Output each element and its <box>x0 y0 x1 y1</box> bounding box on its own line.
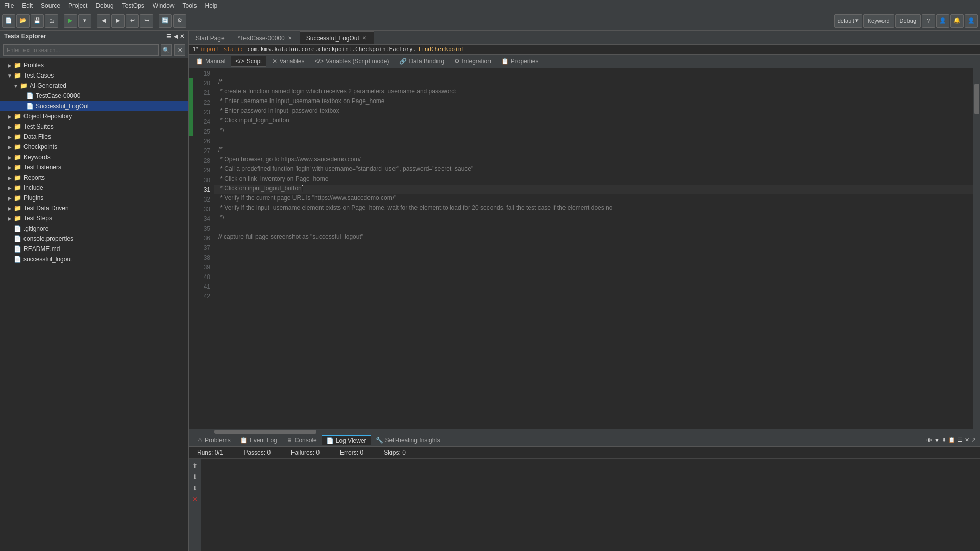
menu-tools[interactable]: Tools <box>179 1 201 10</box>
arrow-keywords: ▶ <box>6 155 13 160</box>
breadcrumb-keyword: import <box>200 46 223 53</box>
sidebar-item-gitignore[interactable]: 📄 .gitignore <box>0 223 188 234</box>
code-editor[interactable]: 19 20 /* 21 * create a function named lo… <box>189 68 973 429</box>
tab-data-binding[interactable]: 🔗 Data Binding <box>395 56 449 67</box>
menu-testops[interactable]: TestOps <box>118 1 149 10</box>
toolbar-forward-btn[interactable]: ▶ <box>111 14 125 28</box>
sidebar-item-checkpoints[interactable]: ▶ 📁 Checkpoints <box>0 142 188 152</box>
bottom-toolbar-down-icon[interactable]: ⬇ <box>942 437 946 443</box>
toolbar-open-btn[interactable]: 📂 <box>16 14 30 28</box>
toolbar-run-btn[interactable]: ▶ <box>64 14 77 28</box>
sidebar-item-test-cases[interactable]: ▼ 📁 Test Cases <box>0 70 188 81</box>
toolbar-keyword-btn[interactable]: Keyword <box>863 14 894 28</box>
menu-source[interactable]: Source <box>37 1 64 10</box>
toolbar-profile-dropdown[interactable]: default ▾ <box>834 14 862 28</box>
tab-event-log[interactable]: 📋 Event Log <box>236 435 281 445</box>
sidebar-item-test-data-driven[interactable]: ▶ 📁 Test Data Driven <box>0 203 188 213</box>
line-indicator-32 <box>189 194 193 204</box>
toolbar-extra1-btn[interactable]: 🔔 <box>950 14 964 28</box>
sidebar-item-testcase-00000[interactable]: 📄 TestCase-00000 <box>0 91 188 101</box>
tab-script[interactable]: </> Script <box>231 56 266 67</box>
toolbar-refresh-btn[interactable]: 🔄 <box>159 14 172 28</box>
line-content-30: * Click on link_inventory on Page_home <box>214 175 973 185</box>
sidebar-icon1[interactable]: ☰ <box>166 33 172 40</box>
tab-variables-label: Variables <box>279 58 304 65</box>
sidebar-item-successful-logout-file[interactable]: 📄 successful_logout <box>0 254 188 264</box>
sidebar-item-reports[interactable]: ▶ 📁 Reports <box>0 172 188 183</box>
menu-window[interactable]: Window <box>149 1 179 10</box>
line-num-36: 36 <box>193 233 214 243</box>
line-indicator-38 <box>189 253 193 262</box>
tab-console[interactable]: 🖥 Console <box>282 435 321 445</box>
sidebar-item-readme[interactable]: 📄 README.md <box>0 244 188 254</box>
line-num-29: 29 <box>193 165 214 175</box>
sidebar-icon3[interactable]: ✕ <box>180 33 184 40</box>
toolbar-settings-btn[interactable]: ⚙ <box>173 14 186 28</box>
tab-start-page[interactable]: Start Page <box>189 31 231 44</box>
arrow-test-listeners: ▶ <box>6 165 13 170</box>
side-icon-2[interactable]: ⬇ <box>190 472 200 482</box>
menu-project[interactable]: Project <box>64 1 91 10</box>
line-indicator-41 <box>189 282 193 291</box>
tab-self-healing[interactable]: 🔧 Self-healing Insights <box>372 435 445 445</box>
line-content-23: * Enter password in input_password textb… <box>214 107 973 117</box>
menu-debug[interactable]: Debug <box>91 1 117 10</box>
tab-problems[interactable]: ⚠ Problems <box>193 435 235 445</box>
toolbar-undo-btn[interactable]: ↩ <box>126 14 139 28</box>
tab-log-viewer[interactable]: 📄 Log Viewer <box>322 435 371 445</box>
tab-variables-script[interactable]: </> Variables (Script mode) <box>310 56 394 67</box>
search-button[interactable]: 🔍 <box>161 44 172 56</box>
tab-integration[interactable]: ⚙ Integration <box>450 56 496 67</box>
sidebar-header: Tests Explorer ☰ ◀ ✕ <box>0 31 188 42</box>
sidebar-item-include[interactable]: ▶ 📁 Include <box>0 183 188 193</box>
bottom-toolbar-copy-icon[interactable]: 📋 <box>948 437 955 443</box>
tab-variables[interactable]: ✕ Variables <box>267 56 309 67</box>
sidebar-item-successful-logout[interactable]: 📄 Successful_LogOut <box>0 101 188 111</box>
bottom-toolbar-close-icon[interactable]: ✕ <box>965 437 969 443</box>
side-icon-error[interactable]: ✕ <box>190 494 200 505</box>
bottom-toolbar-expand-icon[interactable]: ↗ <box>971 437 976 443</box>
toolbar-save-btn[interactable]: 💾 <box>31 14 44 28</box>
bottom-toolbar-eye-icon[interactable]: 👁 <box>926 437 932 443</box>
menu-help[interactable]: Help <box>201 1 222 10</box>
code-line-28: 28 * Open browser, go to https://www.sau… <box>189 156 973 165</box>
menu-file[interactable]: File <box>0 1 18 10</box>
toolbar-new-btn[interactable]: 📄 <box>2 14 15 28</box>
toolbar-question-btn[interactable]: ? <box>922 14 935 28</box>
sidebar-item-console-properties[interactable]: 📄 console.properties <box>0 234 188 244</box>
sidebar-item-plugins[interactable]: ▶ 📁 Plugins <box>0 193 188 203</box>
sidebar-item-test-listeners[interactable]: ▶ 📁 Test Listeners <box>0 162 188 172</box>
side-icon-1[interactable]: ⬆ <box>190 461 200 471</box>
tab-successful-logout-close[interactable]: ✕ <box>361 35 368 41</box>
tab-testcase-00000-close[interactable]: ✕ <box>287 35 293 41</box>
menu-edit[interactable]: Edit <box>18 1 37 10</box>
toolbar-user-btn[interactable]: 👤 <box>936 14 949 28</box>
scroll-thumb <box>974 84 979 114</box>
toolbar-extra2-btn[interactable]: 👤 <box>965 14 978 28</box>
sidebar-item-data-files[interactable]: ▶ 📁 Data Files <box>0 132 188 142</box>
toolbar-back-btn[interactable]: ◀ <box>97 14 110 28</box>
tab-properties[interactable]: 📋 Properties <box>497 56 544 67</box>
side-icon-3[interactable]: ⬇ <box>190 483 200 493</box>
line-num-27: 27 <box>193 146 214 156</box>
bottom-toolbar-menu-icon[interactable]: ☰ <box>958 437 963 443</box>
sidebar-item-object-repository[interactable]: ▶ 📁 Object Repository <box>0 111 188 121</box>
sidebar-icon2[interactable]: ◀ <box>174 33 178 40</box>
tab-testcase-00000[interactable]: *TestCase-00000 ✕ <box>231 31 300 44</box>
sidebar-item-profiles[interactable]: ▶ 📁 Profiles <box>0 60 188 70</box>
tab-successful-logout[interactable]: Successful_LogOut ✕ <box>300 31 374 44</box>
sidebar-item-keywords[interactable]: ▶ 📁 Keywords <box>0 152 188 162</box>
toolbar-redo-btn[interactable]: ↪ <box>140 14 153 28</box>
toolbar-saveall-btn[interactable]: 🗂 <box>45 14 58 28</box>
sidebar-item-ai-generated[interactable]: ▼ 📁 AI-Generated <box>0 81 188 91</box>
code-scrollbar[interactable] <box>973 68 980 429</box>
tab-manual[interactable]: 📋 Manual <box>191 56 230 67</box>
sidebar-item-test-steps[interactable]: ▶ 📁 Test Steps <box>0 213 188 223</box>
search-extra-btn[interactable]: ✕ <box>174 44 185 56</box>
toolbar-debug-btn[interactable]: Debug <box>895 14 921 28</box>
bottom-toolbar-dropdown-icon[interactable]: ▼ <box>934 437 940 443</box>
toolbar-run-dropdown[interactable]: ▾ <box>78 14 91 28</box>
search-input[interactable] <box>3 44 159 56</box>
sidebar-item-test-suites[interactable]: ▶ 📁 Test Suites <box>0 121 188 132</box>
horizontal-scrollbar[interactable] <box>189 429 980 434</box>
